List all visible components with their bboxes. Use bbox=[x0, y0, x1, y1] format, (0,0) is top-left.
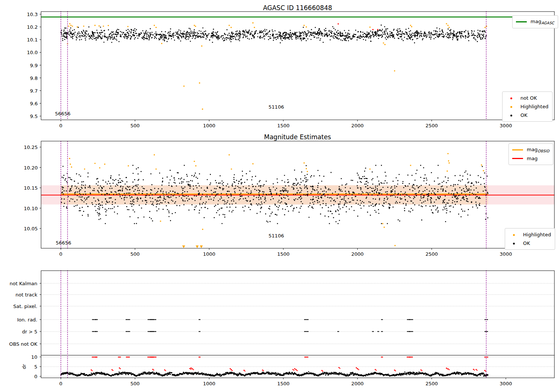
dr-clipped-point bbox=[410, 357, 411, 358]
ok-point bbox=[183, 35, 184, 37]
ok-point bbox=[133, 181, 134, 183]
ok-point bbox=[293, 208, 294, 209]
ok-point bbox=[280, 34, 281, 35]
ok-point bbox=[423, 197, 424, 198]
ok-point bbox=[128, 187, 129, 188]
ok-point bbox=[284, 197, 286, 199]
ok-point bbox=[329, 34, 330, 35]
ok-point bbox=[89, 35, 90, 36]
ok-point bbox=[298, 183, 299, 184]
highlighted-point bbox=[231, 168, 232, 169]
ok-point bbox=[234, 191, 235, 192]
ok-point bbox=[357, 31, 358, 32]
ok-point bbox=[187, 181, 188, 182]
ok-point bbox=[442, 29, 443, 31]
ok-point bbox=[74, 34, 75, 35]
ok-point bbox=[131, 29, 132, 30]
ok-point bbox=[425, 205, 426, 206]
ok-point bbox=[438, 189, 439, 190]
ok-point bbox=[363, 202, 364, 203]
obsid-annotation: 51106 bbox=[268, 233, 284, 239]
ok-point bbox=[79, 33, 80, 34]
ok-point bbox=[360, 36, 361, 37]
ok-point bbox=[206, 36, 207, 37]
ok-point bbox=[442, 202, 444, 203]
ok-point bbox=[293, 210, 294, 211]
ok-point bbox=[445, 196, 446, 197]
ok-point bbox=[301, 188, 302, 189]
ok-point bbox=[273, 187, 274, 188]
ok-point bbox=[252, 36, 253, 37]
flag-point bbox=[155, 319, 156, 320]
ok-point bbox=[443, 34, 444, 35]
ok-point bbox=[393, 34, 394, 35]
ok-point bbox=[387, 199, 388, 200]
ok-point bbox=[477, 30, 479, 31]
ok-point bbox=[231, 185, 233, 186]
flag-point bbox=[485, 319, 485, 320]
ok-point bbox=[301, 206, 302, 207]
ok-point bbox=[278, 209, 279, 210]
ok-point bbox=[265, 214, 266, 215]
ok-point bbox=[174, 182, 175, 183]
ok-point bbox=[289, 39, 290, 40]
ok-point bbox=[374, 35, 376, 36]
ok-point bbox=[150, 193, 151, 194]
ok-point bbox=[324, 190, 325, 192]
ok-point bbox=[361, 208, 362, 209]
ok-point bbox=[376, 192, 377, 193]
ok-point bbox=[272, 34, 273, 35]
ok-point bbox=[256, 30, 257, 31]
ok-point bbox=[307, 35, 308, 36]
flag-row-label: dr > 5 bbox=[22, 329, 37, 335]
dr-point bbox=[134, 374, 135, 375]
ok-point bbox=[454, 31, 455, 32]
not-ok-point bbox=[377, 29, 378, 30]
ok-point bbox=[190, 33, 191, 34]
p1-y-tick-label: 10.2 bbox=[27, 24, 38, 30]
ok-point bbox=[199, 173, 200, 174]
ok-point bbox=[280, 37, 281, 38]
ok-point bbox=[445, 191, 447, 192]
dr-point bbox=[404, 371, 405, 373]
ok-point bbox=[280, 193, 281, 194]
ok-point bbox=[393, 29, 395, 30]
legend-item: magAGASC bbox=[516, 18, 554, 26]
ok-point bbox=[317, 200, 318, 201]
ok-point bbox=[158, 208, 159, 209]
ok-point bbox=[229, 39, 230, 40]
ok-point bbox=[342, 184, 343, 186]
dr-point bbox=[226, 373, 227, 374]
ok-point bbox=[460, 37, 461, 38]
ok-point bbox=[84, 36, 85, 37]
ok-point bbox=[70, 28, 71, 29]
ok-point bbox=[151, 184, 152, 185]
ok-point bbox=[453, 30, 454, 31]
ok-point bbox=[66, 37, 67, 38]
ok-point bbox=[156, 201, 158, 202]
ok-point bbox=[184, 31, 185, 32]
ok-point bbox=[252, 35, 253, 36]
ok-point bbox=[317, 34, 318, 35]
ok-point bbox=[179, 205, 180, 206]
ok-point bbox=[138, 188, 139, 189]
ok-point bbox=[79, 196, 80, 197]
dr-point bbox=[406, 374, 407, 375]
ok-point bbox=[311, 191, 312, 192]
ok-point bbox=[385, 29, 386, 30]
flag-point bbox=[306, 331, 307, 332]
ok-point bbox=[278, 201, 279, 202]
ok-point bbox=[265, 198, 266, 199]
ok-point bbox=[114, 36, 115, 37]
dr-point bbox=[411, 373, 412, 374]
ok-point bbox=[184, 200, 186, 202]
ok-point bbox=[190, 36, 192, 37]
ok-point bbox=[109, 194, 110, 195]
legend-item: Highlighted bbox=[506, 102, 548, 111]
ok-point bbox=[165, 31, 166, 32]
ok-point bbox=[234, 174, 235, 175]
ok-point bbox=[220, 183, 221, 184]
ok-point bbox=[103, 42, 105, 43]
ok-point bbox=[92, 32, 93, 34]
p1-plot-area bbox=[41, 12, 554, 120]
